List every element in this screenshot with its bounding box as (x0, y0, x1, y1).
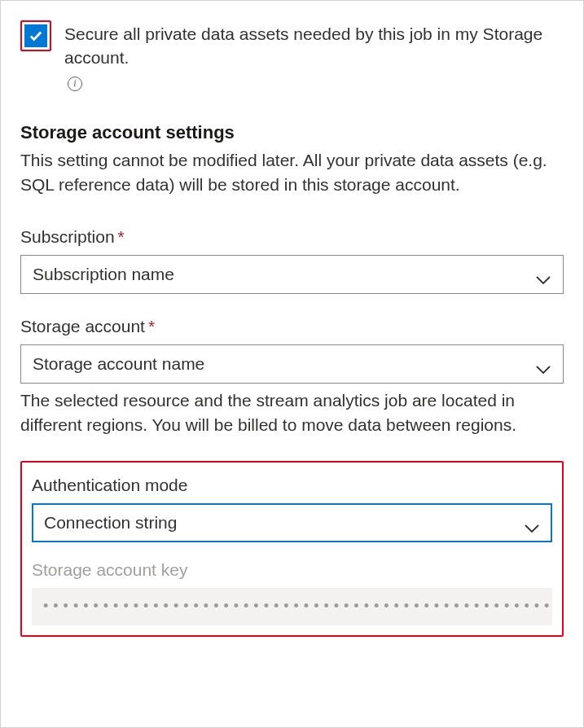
auth-mode-label: Authentication mode (32, 476, 552, 495)
auth-mode-select[interactable]: Connection string (32, 503, 552, 542)
storage-account-value: Storage account name (33, 354, 204, 374)
subscription-label-text: Subscription (20, 227, 115, 246)
storage-account-label: Storage account* (20, 317, 564, 336)
checkbox-label-text: Secure all private data assets needed by… (64, 22, 564, 70)
storage-account-select[interactable]: Storage account name (20, 344, 564, 384)
storage-account-label-text: Storage account (20, 317, 145, 335)
secure-data-checkbox[interactable] (24, 24, 47, 47)
section-heading: Storage account settings (20, 122, 564, 143)
subscription-value: Subscription name (33, 265, 174, 284)
chevron-down-icon (535, 270, 551, 279)
required-asterisk: * (118, 227, 125, 246)
subscription-select[interactable]: Subscription name (20, 255, 564, 294)
secure-data-checkbox-label: Secure all private data assets needed by… (64, 20, 564, 90)
storage-account-hint: The selected resource and the stream ana… (20, 388, 564, 438)
info-icon[interactable]: i (68, 77, 82, 91)
chevron-down-icon (524, 518, 540, 528)
section-description: This setting cannot be modified later. A… (20, 148, 564, 198)
checkmark-icon (29, 29, 43, 43)
required-asterisk: * (148, 317, 155, 335)
storage-key-input[interactable]: ••••••••••••••••••••••••••••••••••••••••… (32, 588, 552, 625)
chevron-down-icon (535, 359, 551, 369)
auth-mode-value: Connection string (44, 513, 177, 533)
auth-highlight-box: Authentication mode Connection string St… (20, 461, 564, 637)
checkbox-highlight-box (20, 20, 51, 51)
storage-key-label: Storage account key (32, 560, 552, 580)
subscription-label: Subscription* (20, 227, 564, 247)
